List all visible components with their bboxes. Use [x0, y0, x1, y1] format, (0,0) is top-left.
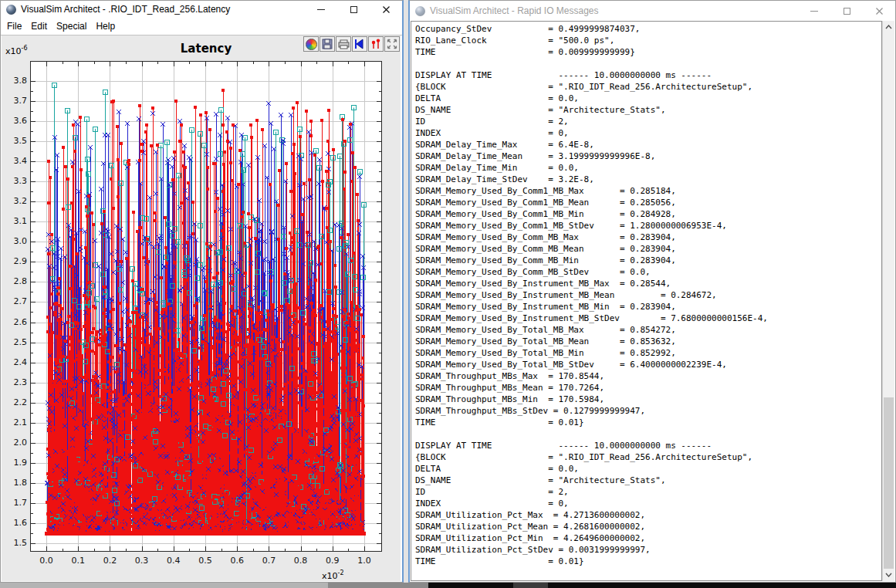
minimize-button[interactable]: [798, 1, 830, 21]
message-console[interactable]: Occupancy_StDev = 0.4999999874037, RIO_L…: [411, 21, 882, 581]
x-tick-label: 0.7: [256, 556, 281, 566]
vertical-scrollbar[interactable]: [882, 21, 894, 581]
x-tick-label: 0.0: [34, 556, 59, 566]
plot-panel: Latency x10-6 x10-2 3.83.73.63.53.43.33.…: [2, 35, 401, 581]
close-icon: [875, 7, 884, 15]
plot-window-controls: [305, 1, 402, 18]
menu-file[interactable]: File: [2, 19, 26, 34]
maximize-button[interactable]: [830, 1, 863, 21]
chart-canvas[interactable]: [30, 61, 382, 552]
y-tick-label: 2.2: [4, 397, 27, 407]
y-tick-label: 2.3: [4, 377, 27, 387]
y-tick-label: 2.9: [4, 256, 27, 266]
plot-window-titlebar[interactable]: VisualSim Architect - .RIO_IDT_Read_256.…: [1, 1, 402, 18]
y-tick-label: 3.2: [4, 196, 27, 206]
y-tick-label: 1.9: [4, 458, 27, 468]
y-tick-label: 3.7: [4, 96, 27, 106]
y-tick-label: 3.5: [4, 136, 27, 146]
visualsim-app-icon: [6, 5, 16, 15]
y-tick-label: 1.6: [4, 518, 27, 528]
y-tick-label: 2.4: [4, 357, 27, 367]
messages-window-controls: [798, 1, 895, 21]
x-tick-label: 1.0: [352, 556, 377, 566]
y-tick-label: 3.4: [4, 156, 27, 166]
menu-bar: File Edit Special Help: [1, 18, 402, 35]
x-tick-label: 0.3: [130, 556, 154, 566]
y-tick-label: 1.7: [4, 498, 27, 508]
x-tick-label: 0.5: [193, 556, 218, 566]
scrollbar-thumb[interactable]: [884, 397, 894, 569]
x-tick-label: 0.8: [289, 556, 313, 566]
y-tick-label: 3.3: [4, 176, 27, 186]
console-text[interactable]: Occupancy_StDev = 0.4999999874037, RIO_L…: [415, 23, 881, 567]
messages-window: VisualSim Architect - Rapid IO Messages …: [408, 0, 896, 583]
x-tick-label: 0.2: [97, 556, 122, 566]
close-button[interactable]: [863, 1, 895, 21]
fill-window-button[interactable]: [384, 36, 400, 52]
x-tick-label: 0.1: [66, 556, 90, 566]
y-tick-label: 2.7: [4, 296, 27, 306]
menu-special[interactable]: Special: [52, 19, 91, 34]
minimize-icon: [810, 11, 818, 12]
scroll-up-button[interactable]: [883, 21, 894, 33]
maximize-button[interactable]: [337, 1, 370, 18]
x-axis-multiplier: x10-2: [322, 569, 344, 581]
y-tick-label: 2.1: [4, 417, 27, 427]
y-tick-label: 3.6: [4, 116, 27, 126]
chevron-down-icon: [885, 573, 892, 577]
chart-title: Latency: [30, 42, 382, 56]
maximize-icon: [844, 8, 850, 15]
messages-window-title: VisualSim Architect - Rapid IO Messages: [430, 5, 599, 16]
y-tick-label: 3.8: [4, 76, 27, 86]
visualsim-app-icon: [415, 6, 425, 16]
y-tick-label: 1.5: [4, 538, 27, 548]
y-tick-label: 2.8: [4, 276, 27, 286]
minimize-button[interactable]: [305, 1, 337, 18]
fill-window-icon: [387, 39, 397, 49]
messages-window-titlebar[interactable]: VisualSim Architect - Rapid IO Messages: [410, 1, 895, 21]
taskbar-segment-mid: [328, 583, 428, 588]
close-icon: [382, 5, 391, 14]
taskbar-segment-item: [513, 583, 548, 588]
plot-window: VisualSim Architect - .RIO_IDT_Read_256.…: [0, 0, 404, 583]
y-tick-label: 2.0: [4, 438, 27, 448]
x-tick-label: 0.9: [320, 556, 345, 566]
scroll-down-button[interactable]: [883, 569, 894, 581]
menu-edit[interactable]: Edit: [26, 19, 52, 34]
y-tick-label: 3.0: [4, 236, 27, 246]
taskbar-strip: [0, 583, 896, 588]
taskbar-segment-left: [0, 583, 328, 588]
y-tick-label: 2.6: [4, 317, 27, 327]
y-tick-label: 2.5: [4, 337, 27, 347]
y-tick-label: 1.8: [4, 478, 27, 488]
plot-window-title: VisualSim Architect - .RIO_IDT_Read_256.…: [21, 4, 230, 15]
menu-help[interactable]: Help: [91, 19, 120, 34]
y-tick-label: 3.1: [4, 216, 27, 226]
x-tick-label: 0.6: [225, 556, 249, 566]
close-button[interactable]: [370, 1, 402, 18]
x-tick-label: 0.4: [161, 556, 186, 566]
chevron-up-icon: [885, 25, 892, 29]
maximize-icon: [350, 6, 357, 13]
minimize-icon: [317, 9, 325, 10]
y-axis-multiplier: x10-6: [5, 45, 28, 56]
